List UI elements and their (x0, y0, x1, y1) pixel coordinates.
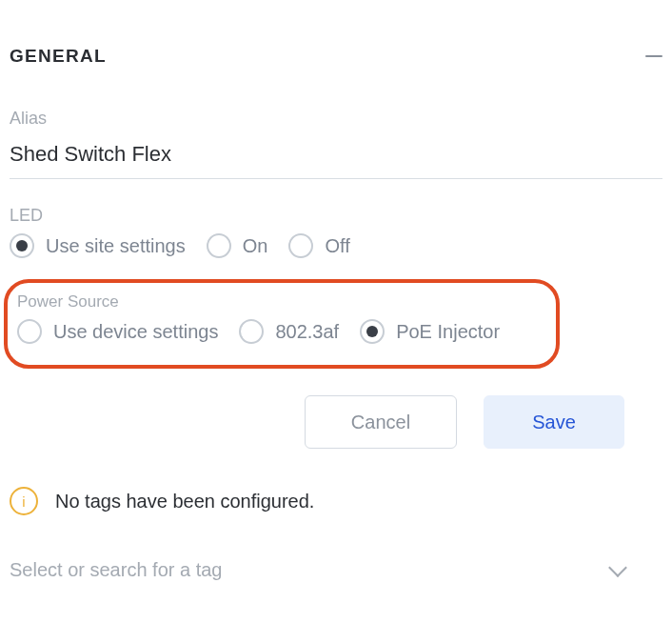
radio-icon (239, 319, 264, 344)
led-option-label: Off (325, 235, 349, 257)
collapse-icon[interactable] (645, 55, 662, 57)
cancel-button-label: Cancel (351, 412, 410, 433)
radio-icon (17, 319, 42, 344)
led-label: LED (10, 206, 662, 226)
radio-icon (207, 233, 231, 258)
button-row: Cancel Save (10, 395, 662, 449)
led-option-use-site-settings[interactable]: Use site settings (10, 233, 195, 258)
power-option-use-device-settings[interactable]: Use device settings (17, 319, 227, 344)
cancel-button[interactable]: Cancel (305, 395, 457, 449)
led-option-off[interactable]: Off (288, 233, 359, 258)
radio-icon (10, 233, 34, 258)
power-source-highlight: Power Source Use device settings 802.3af… (4, 279, 560, 369)
save-button[interactable]: Save (484, 395, 624, 449)
save-button-label: Save (532, 412, 576, 433)
section-title: GENERAL (10, 46, 107, 67)
alias-label: Alias (10, 109, 662, 129)
led-radio-group: Use site settings On Off (10, 233, 662, 258)
led-option-on[interactable]: On (207, 233, 278, 258)
tags-notice: i No tags have been configured. (10, 487, 662, 515)
power-option-8023af[interactable]: 802.3af (239, 319, 348, 344)
power-option-poe-injector[interactable]: PoE Injector (360, 319, 509, 344)
section-header[interactable]: GENERAL (10, 0, 662, 82)
radio-icon (360, 319, 385, 344)
tag-select[interactable]: Select or search for a tag (10, 559, 662, 581)
tags-notice-text: No tags have been configured. (55, 491, 314, 512)
power-source-radio-group: Use device settings 802.3af PoE Injector (17, 319, 546, 344)
info-icon: i (10, 487, 38, 515)
chevron-down-icon (608, 558, 627, 577)
power-option-label: PoE Injector (396, 321, 500, 343)
radio-icon (288, 233, 313, 258)
alias-input[interactable] (10, 136, 662, 179)
led-option-label: On (243, 235, 268, 257)
led-option-label: Use site settings (46, 235, 186, 257)
tag-select-placeholder: Select or search for a tag (10, 559, 222, 581)
power-source-label: Power Source (17, 292, 546, 312)
power-option-label: 802.3af (275, 321, 339, 343)
power-option-label: Use device settings (53, 321, 218, 343)
